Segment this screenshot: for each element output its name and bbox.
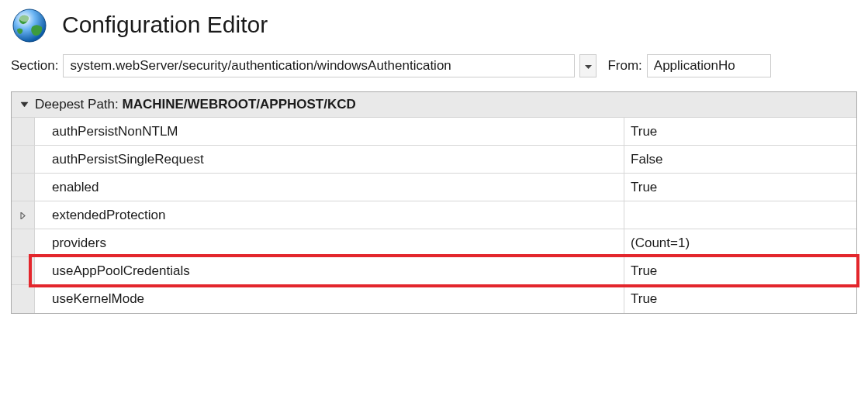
- section-label: Section:: [11, 58, 58, 74]
- row-value[interactable]: True: [624, 118, 856, 145]
- row-value[interactable]: False: [624, 146, 856, 173]
- collapse-toggle[interactable]: [13, 98, 35, 112]
- chevron-right-icon: [19, 208, 26, 222]
- row-expand-col: [12, 257, 35, 284]
- row-label: providers: [35, 229, 624, 256]
- row-expand-col: [12, 174, 35, 201]
- row-label: authPersistSingleRequest: [35, 146, 624, 173]
- from-input[interactable]: [647, 54, 771, 77]
- section-dropdown-button[interactable]: [579, 54, 597, 77]
- page-header: Configuration Editor: [0, 0, 868, 50]
- grid-row[interactable]: enabled True: [12, 174, 856, 201]
- row-label: useAppPoolCredentials: [35, 257, 624, 284]
- grid-header-prefix: Deepest Path:: [35, 97, 122, 112]
- grid-group-header[interactable]: Deepest Path: MACHINE/WEBROOT/APPHOST/KC…: [12, 92, 856, 118]
- svg-point-0: [13, 9, 46, 42]
- grid-header-path: MACHINE/WEBROOT/APPHOST/KCD: [122, 97, 355, 112]
- page-title: Configuration Editor: [62, 12, 268, 38]
- globe-icon: [11, 6, 48, 43]
- chevron-down-icon: [585, 58, 592, 74]
- section-input[interactable]: [63, 54, 575, 77]
- grid-row[interactable]: providers (Count=1): [12, 229, 856, 257]
- row-value[interactable]: [624, 201, 856, 229]
- grid-row[interactable]: authPersistNonNTLM True: [12, 118, 856, 146]
- from-label: From:: [607, 58, 641, 74]
- row-label: useKernelMode: [35, 285, 624, 313]
- row-value[interactable]: (Count=1): [624, 229, 856, 256]
- row-expand-col[interactable]: [12, 201, 35, 229]
- row-expand-col: [12, 146, 35, 173]
- row-label: extendedProtection: [35, 201, 624, 229]
- section-bar: Section: From:: [0, 50, 868, 85]
- row-expand-col: [12, 285, 35, 313]
- grid-row[interactable]: useKernelMode True: [12, 285, 856, 313]
- grid-row[interactable]: extendedProtection: [12, 201, 856, 229]
- row-label: authPersistNonNTLM: [35, 118, 624, 145]
- row-label: enabled: [35, 174, 624, 201]
- row-value[interactable]: True: [624, 257, 856, 284]
- grid-row[interactable]: authPersistSingleRequest False: [12, 146, 856, 174]
- chevron-down-filled-icon: [20, 98, 29, 112]
- row-value[interactable]: True: [624, 285, 856, 313]
- row-value[interactable]: True: [624, 174, 856, 201]
- grid-row-highlighted[interactable]: useAppPoolCredentials True: [12, 257, 856, 285]
- property-grid: Deepest Path: MACHINE/WEBROOT/APPHOST/KC…: [11, 91, 857, 314]
- grid-group-header-text: Deepest Path: MACHINE/WEBROOT/APPHOST/KC…: [35, 97, 356, 112]
- row-expand-col: [12, 118, 35, 145]
- row-expand-col: [12, 229, 35, 256]
- svg-point-1: [19, 15, 30, 22]
